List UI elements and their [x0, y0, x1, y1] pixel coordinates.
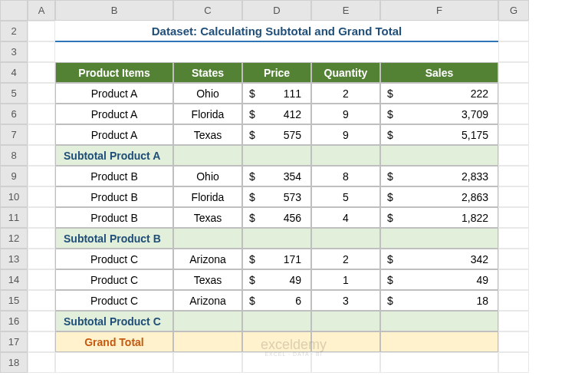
subtotal-cell[interactable] [173, 145, 242, 166]
cell[interactable] [498, 352, 529, 373]
cell-state[interactable]: Arizona [173, 249, 242, 269]
cell[interactable] [28, 41, 55, 62]
col-header-B[interactable]: B [55, 0, 173, 21]
cell-sales[interactable]: $222 [380, 83, 498, 104]
cell-sales[interactable]: $18 [380, 290, 498, 311]
cell-product[interactable]: Product B [55, 186, 173, 207]
cell[interactable] [311, 352, 380, 373]
cell[interactable] [28, 311, 55, 331]
grand-total-cell[interactable] [311, 331, 380, 352]
col-header-C[interactable]: C [173, 0, 242, 21]
cell-sales[interactable]: $1,822 [380, 207, 498, 228]
row-header-6[interactable]: 6 [0, 104, 28, 124]
cell-price[interactable]: $6 [242, 290, 311, 311]
cell-state[interactable]: Florida [173, 104, 242, 124]
cell[interactable] [28, 145, 55, 166]
cell-state[interactable]: Texas [173, 269, 242, 290]
grand-total-cell[interactable] [173, 331, 242, 352]
grand-total-cell[interactable] [380, 331, 498, 352]
cell[interactable] [28, 62, 55, 83]
cell[interactable] [28, 290, 55, 311]
cell-qty[interactable]: 3 [311, 290, 380, 311]
cell-product[interactable]: Product C [55, 290, 173, 311]
cell[interactable] [173, 352, 242, 373]
cell[interactable] [28, 83, 55, 104]
cell[interactable] [498, 21, 529, 41]
cell-qty[interactable]: 9 [311, 124, 380, 145]
cell[interactable] [242, 352, 311, 373]
cell[interactable] [498, 311, 529, 331]
cell[interactable] [498, 124, 529, 145]
subtotal-cell[interactable] [380, 228, 498, 249]
subtotal-cell[interactable] [311, 311, 380, 331]
row-header-4[interactable]: 4 [0, 62, 28, 83]
cell-sales[interactable]: $2,863 [380, 186, 498, 207]
cell[interactable] [28, 331, 55, 352]
header-price[interactable]: Price [242, 62, 311, 83]
col-header-A[interactable]: A [28, 0, 55, 21]
row-header-15[interactable]: 15 [0, 290, 28, 311]
cell-product[interactable]: Product C [55, 249, 173, 269]
cell[interactable] [28, 228, 55, 249]
cell-sales[interactable]: $2,833 [380, 166, 498, 186]
cell-price[interactable]: $171 [242, 249, 311, 269]
col-header-D[interactable]: D [242, 0, 311, 21]
cell[interactable] [28, 166, 55, 186]
cell[interactable] [28, 207, 55, 228]
cell[interactable] [55, 352, 173, 373]
cell-sales[interactable]: $3,709 [380, 104, 498, 124]
cell-product[interactable]: Product C [55, 269, 173, 290]
subtotal-cell[interactable] [242, 228, 311, 249]
header-sales[interactable]: Sales [380, 62, 498, 83]
subtotal-cell[interactable] [311, 145, 380, 166]
cell[interactable] [380, 352, 498, 373]
cell[interactable] [498, 269, 529, 290]
cell-qty[interactable]: 5 [311, 186, 380, 207]
row-header-3[interactable]: 3 [0, 41, 28, 62]
cell-product[interactable]: Product A [55, 83, 173, 104]
cell-state[interactable]: Ohio [173, 83, 242, 104]
subtotal-a-label[interactable]: Subtotal Product A [55, 145, 173, 166]
cell-product[interactable]: Product B [55, 207, 173, 228]
subtotal-cell[interactable] [380, 145, 498, 166]
cell-qty[interactable]: 9 [311, 104, 380, 124]
cell[interactable] [498, 290, 529, 311]
cell-price[interactable]: $412 [242, 104, 311, 124]
cell[interactable] [28, 21, 55, 41]
cell-price[interactable]: $111 [242, 83, 311, 104]
cell-price[interactable]: $573 [242, 186, 311, 207]
subtotal-cell[interactable] [242, 311, 311, 331]
cell[interactable] [498, 104, 529, 124]
cell[interactable] [28, 124, 55, 145]
cell-product[interactable]: Product A [55, 104, 173, 124]
cell-state[interactable]: Ohio [173, 166, 242, 186]
row-header-10[interactable]: 10 [0, 186, 28, 207]
cell-state[interactable]: Texas [173, 124, 242, 145]
cell-state[interactable]: Texas [173, 207, 242, 228]
cell-qty[interactable]: 2 [311, 83, 380, 104]
header-product[interactable]: Product Items [55, 62, 173, 83]
row-header-17[interactable]: 17 [0, 331, 28, 352]
cell[interactable] [28, 269, 55, 290]
row-header-14[interactable]: 14 [0, 269, 28, 290]
row-header-7[interactable]: 7 [0, 124, 28, 145]
row-header-9[interactable]: 9 [0, 166, 28, 186]
subtotal-cell[interactable] [173, 228, 242, 249]
cell[interactable] [28, 249, 55, 269]
cell-qty[interactable]: 8 [311, 166, 380, 186]
cell[interactable] [28, 352, 55, 373]
cell[interactable] [28, 104, 55, 124]
cell-price[interactable]: $575 [242, 124, 311, 145]
cell-state[interactable]: Florida [173, 186, 242, 207]
row-header-16[interactable]: 16 [0, 311, 28, 331]
cell[interactable] [498, 186, 529, 207]
row-header-11[interactable]: 11 [0, 207, 28, 228]
cell[interactable] [498, 145, 529, 166]
cell-product[interactable]: Product B [55, 166, 173, 186]
subtotal-c-label[interactable]: Subtotal Product C [55, 311, 173, 331]
cell[interactable] [498, 228, 529, 249]
header-quantity[interactable]: Quantity [311, 62, 380, 83]
row-header-8[interactable]: 8 [0, 145, 28, 166]
select-all-corner[interactable] [0, 0, 28, 21]
row-header-2[interactable]: 2 [0, 21, 28, 41]
